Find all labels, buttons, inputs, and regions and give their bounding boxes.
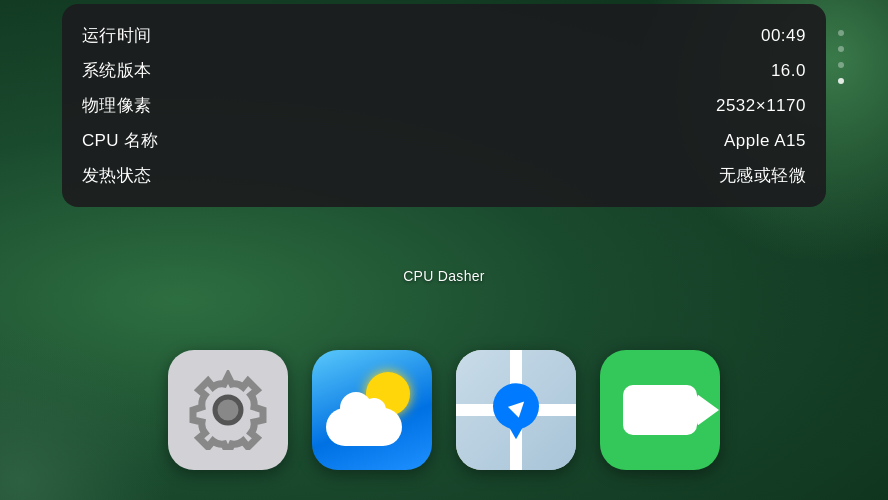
label-os: 系统版本 xyxy=(82,59,151,82)
label-cpu: CPU 名称 xyxy=(82,129,158,152)
cloud-icon xyxy=(326,408,402,446)
maps-app-icon[interactable]: ▶ xyxy=(456,350,576,470)
info-row-resolution: 物理像素 2532×1170 xyxy=(82,88,806,123)
settings-icon-bg xyxy=(168,350,288,470)
label-uptime: 运行时间 xyxy=(82,24,151,47)
weather-icon-bg xyxy=(312,350,432,470)
info-row-thermal: 发热状态 无感或轻微 xyxy=(82,158,806,193)
value-resolution: 2532×1170 xyxy=(716,96,806,116)
info-row-uptime: 运行时间 00:49 xyxy=(82,18,806,53)
settings-app-icon[interactable] xyxy=(168,350,288,470)
app-name-text: CPU Dasher xyxy=(403,268,485,284)
maps-icon-bg: ▶ xyxy=(456,350,576,470)
label-thermal: 发热状态 xyxy=(82,164,151,187)
facetime-icon-bg xyxy=(600,350,720,470)
value-os: 16.0 xyxy=(771,61,806,81)
app-name-label: CPU Dasher xyxy=(0,268,888,284)
maps-arrow-icon: ▶ xyxy=(503,392,531,420)
info-panel: 运行时间 00:49 系统版本 16.0 物理像素 2532×1170 CPU … xyxy=(62,4,826,207)
info-row-os: 系统版本 16.0 xyxy=(82,53,806,88)
weather-app-icon[interactable] xyxy=(312,350,432,470)
label-resolution: 物理像素 xyxy=(82,94,151,117)
scroll-dot-3 xyxy=(838,62,844,68)
camera-icon xyxy=(623,385,697,435)
value-cpu: Apple A15 xyxy=(724,131,806,151)
gear-icon xyxy=(188,370,268,450)
value-uptime: 00:49 xyxy=(761,26,806,46)
scroll-dot-1 xyxy=(838,30,844,36)
scroll-dot-2 xyxy=(838,46,844,52)
scroll-dot-4-active xyxy=(838,78,844,84)
app-dock: ▶ xyxy=(0,350,888,470)
maps-pin-icon: ▶ xyxy=(493,383,539,429)
info-row-cpu: CPU 名称 Apple A15 xyxy=(82,123,806,158)
value-thermal: 无感或轻微 xyxy=(719,164,807,187)
scroll-indicator xyxy=(838,30,844,84)
facetime-app-icon[interactable] xyxy=(600,350,720,470)
